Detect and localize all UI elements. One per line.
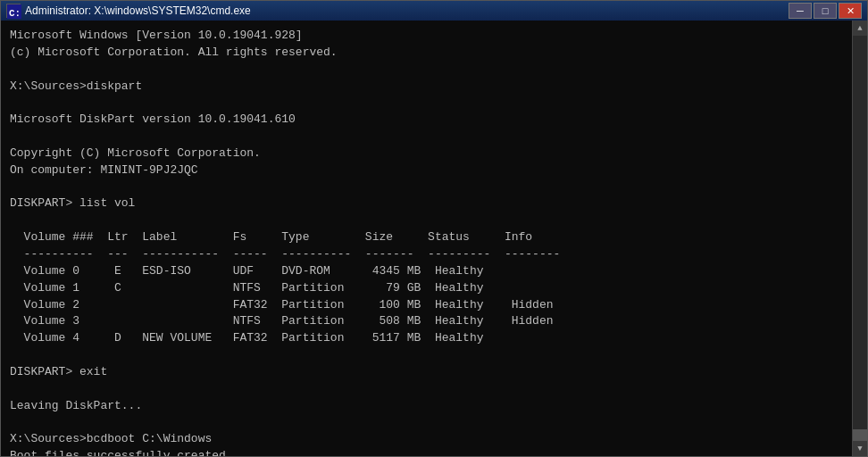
minimize-button[interactable]: ─ — [789, 3, 812, 19]
titlebar: C: Administrator: X:\windows\SYSTEM32\cm… — [1, 1, 867, 21]
scrollbar-arrow-down[interactable]: ▼ — [853, 441, 867, 456]
cmd-window: C: Administrator: X:\windows\SYSTEM32\cm… — [0, 0, 868, 457]
titlebar-title: Administrator: X:\windows\SYSTEM32\cmd.e… — [25, 4, 789, 17]
terminal-body[interactable]: Microsoft Windows [Version 10.0.19041.92… — [1, 21, 867, 456]
scrollbar[interactable]: ▲ ▼ — [852, 21, 867, 456]
scrollbar-arrow-up[interactable]: ▲ — [853, 21, 867, 36]
titlebar-buttons: ─ □ ✕ — [789, 3, 862, 19]
cmd-icon: C: — [6, 4, 21, 18]
maximize-button[interactable]: □ — [814, 3, 837, 19]
close-button[interactable]: ✕ — [839, 3, 862, 19]
terminal-content: Microsoft Windows [Version 10.0.19041.92… — [10, 28, 858, 456]
svg-text:C:: C: — [9, 8, 21, 19]
